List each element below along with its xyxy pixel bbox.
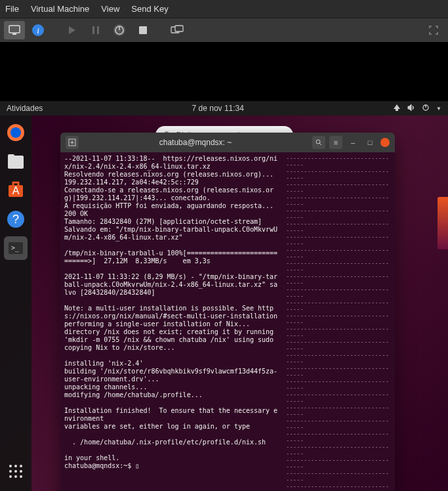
vm-menubar: File Virtual Machine View Send Key bbox=[0, 0, 448, 18]
svg-rect-1 bbox=[12, 33, 16, 35]
note-button[interactable] bbox=[132, 21, 153, 39]
terminal-right-pane[interactable]: ----------------------------------------… bbox=[283, 152, 395, 491]
terminal-titlebar[interactable]: chatuba@mqndsx: ~ ≡ – □ bbox=[60, 133, 395, 152]
activities-button[interactable]: Atividades bbox=[7, 104, 43, 113]
svg-point-26 bbox=[20, 465, 22, 467]
menu-virtual-machine[interactable]: Virtual Machine bbox=[31, 4, 89, 14]
dock-files[interactable] bbox=[4, 150, 28, 173]
terminal-search-button[interactable] bbox=[312, 136, 325, 149]
svg-text:i: i bbox=[37, 26, 39, 35]
pause-button[interactable] bbox=[85, 21, 106, 39]
clock[interactable]: 7 de nov 11:34 bbox=[192, 104, 244, 113]
svg-point-32 bbox=[20, 475, 22, 478]
svg-rect-9 bbox=[139, 26, 147, 34]
info-button[interactable]: i bbox=[28, 21, 49, 39]
svg-rect-4 bbox=[92, 26, 94, 34]
terminal-title: chatuba@mqndsx: ~ bbox=[83, 138, 308, 147]
dock: A ? >_ bbox=[0, 116, 31, 491]
vm-toolbar: i bbox=[0, 18, 448, 42]
dock-show-apps[interactable] bbox=[4, 459, 28, 483]
desktop: A ? >_ chatuba@mqndsx: ~ ≡ – □ --2021-11… bbox=[0, 116, 448, 491]
play-button[interactable] bbox=[62, 21, 83, 39]
svg-point-31 bbox=[14, 475, 17, 478]
svg-line-39 bbox=[319, 143, 321, 145]
menu-send-key[interactable]: Send Key bbox=[131, 4, 168, 14]
svg-point-27 bbox=[9, 470, 12, 473]
svg-point-30 bbox=[9, 475, 12, 478]
svg-point-29 bbox=[20, 470, 22, 473]
workspace-thumbnail[interactable] bbox=[438, 197, 448, 249]
power-button[interactable] bbox=[109, 21, 130, 39]
fullscreen-button[interactable] bbox=[423, 21, 444, 39]
power-icon[interactable] bbox=[422, 104, 430, 114]
monitor-button[interactable] bbox=[4, 21, 25, 39]
volume-icon[interactable] bbox=[407, 104, 415, 114]
dock-software[interactable]: A bbox=[4, 179, 28, 202]
svg-point-25 bbox=[14, 465, 17, 467]
svg-text:A: A bbox=[12, 185, 20, 196]
terminal-menu-button[interactable]: ≡ bbox=[329, 136, 342, 149]
displays-button[interactable] bbox=[167, 21, 188, 39]
new-tab-button[interactable] bbox=[66, 136, 79, 149]
svg-point-24 bbox=[9, 465, 12, 467]
dock-help[interactable]: ? bbox=[4, 207, 28, 231]
network-icon[interactable] bbox=[393, 104, 401, 114]
gnome-topbar: Atividades 7 de nov 11:34 ▼ bbox=[0, 101, 448, 116]
menu-file[interactable]: File bbox=[5, 4, 19, 14]
dock-terminal[interactable]: >_ bbox=[4, 236, 28, 260]
svg-rect-0 bbox=[9, 26, 20, 33]
svg-point-15 bbox=[10, 127, 21, 138]
guest-display: Atividades 7 de nov 11:34 ▼ A ? >_ ch bbox=[0, 42, 448, 491]
svg-point-28 bbox=[14, 470, 17, 473]
terminal-output[interactable]: --2021-11-07 11:33:18-- https://releases… bbox=[60, 152, 283, 491]
dock-firefox[interactable] bbox=[4, 121, 28, 144]
menu-view[interactable]: View bbox=[101, 4, 119, 14]
svg-rect-17 bbox=[8, 154, 14, 158]
minimize-button[interactable]: – bbox=[346, 136, 359, 149]
close-button[interactable] bbox=[380, 138, 390, 147]
svg-text:>_: >_ bbox=[11, 244, 20, 252]
maximize-button[interactable]: □ bbox=[363, 136, 377, 149]
svg-rect-11 bbox=[175, 26, 183, 32]
svg-text:?: ? bbox=[12, 213, 19, 226]
chevron-down-icon[interactable]: ▼ bbox=[436, 106, 441, 112]
svg-rect-5 bbox=[97, 26, 99, 34]
terminal-window[interactable]: chatuba@mqndsx: ~ ≡ – □ --2021-11-07 11:… bbox=[60, 133, 395, 491]
